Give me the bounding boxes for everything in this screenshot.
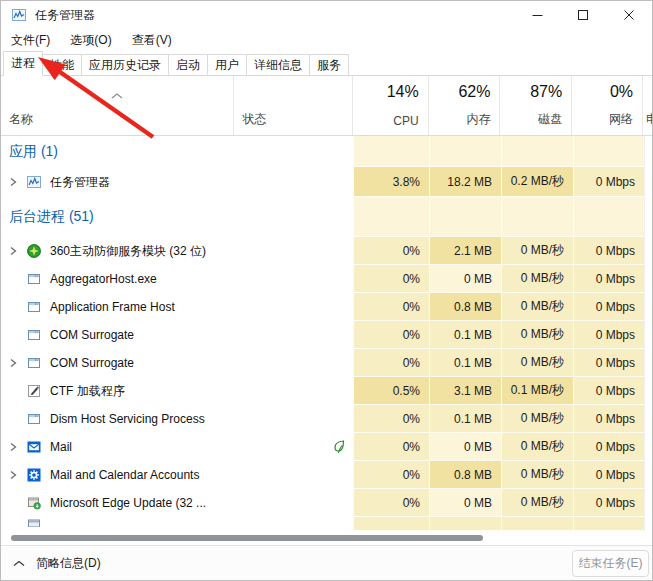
table-row[interactable]: Mail and Calendar Accounts 0% 0.8 MB 0 M…	[1, 461, 652, 489]
tab-processes[interactable]: 进程	[3, 51, 43, 76]
table-row[interactable]: Microsoft Edge Update (32 ... 0% 0 MB 0 …	[1, 489, 652, 517]
value-cell: 0.5%	[353, 377, 429, 405]
value-cell: 0 Mbps	[573, 293, 644, 321]
section-row[interactable]: 后台进程 (51)	[1, 197, 652, 237]
process-name: 360主动防御服务模块 (32 位)	[50, 243, 206, 260]
task-manager-app-icon	[11, 7, 27, 23]
column-header-cpu[interactable]: 14% CPU	[352, 76, 428, 135]
detail-toggle[interactable]: 简略信息(D)	[13, 555, 101, 572]
close-button[interactable]	[606, 1, 652, 29]
process-icon	[26, 495, 42, 511]
expand-chevron-icon[interactable]	[6, 442, 20, 452]
column-header-disk[interactable]: 87% 磁盘	[499, 76, 571, 135]
value-cell: 0 MB/秒	[501, 489, 573, 517]
process-icon	[26, 243, 42, 259]
column-header-status[interactable]: 状态	[233, 76, 352, 135]
menu-options[interactable]: 选项(O)	[60, 32, 121, 49]
horizontal-scrollbar-thumb[interactable]	[11, 535, 483, 541]
value-cell: 0 Mbps	[573, 433, 644, 461]
clipped-column-cell	[644, 405, 652, 433]
expand-chevron-icon[interactable]	[6, 177, 20, 187]
table-row-partial	[1, 517, 652, 531]
value-cell: 0 Mbps	[573, 461, 644, 489]
window-controls	[514, 1, 652, 29]
column-header-name[interactable]: 名称	[1, 76, 233, 135]
value-cell: 0%	[353, 237, 429, 265]
process-icon	[26, 383, 42, 399]
value-cell: 3.8%	[353, 167, 429, 197]
chevron-up-icon	[13, 560, 25, 567]
process-name-cell: 任务管理器	[1, 167, 234, 197]
table-row[interactable]: Application Frame Host 0% 0.8 MB 0 MB/秒 …	[1, 293, 652, 321]
table-row[interactable]: COM Surrogate 0% 0.1 MB 0 MB/秒 0 Mbps	[1, 321, 652, 349]
value-cell: 0 MB/秒	[501, 265, 573, 293]
process-name: Microsoft Edge Update (32 ...	[50, 496, 206, 510]
disk-total-value: 87%	[530, 83, 562, 101]
value-cell: 0.8 MB	[429, 293, 501, 321]
expand-chevron-icon[interactable]	[6, 470, 20, 480]
process-icon	[26, 174, 42, 190]
expand-chevron-icon[interactable]	[6, 246, 20, 256]
tab-startup[interactable]: 启动	[168, 54, 208, 75]
section-label: 后台进程 (51)	[9, 208, 94, 226]
table-row[interactable]: Mail 0% 0 MB 0 MB/秒 0 Mbps	[1, 433, 652, 461]
sort-ascending-icon	[111, 85, 123, 103]
status-cell	[234, 321, 353, 349]
menu-file[interactable]: 文件(F)	[1, 32, 60, 49]
process-name-cell: COM Surrogate	[1, 321, 234, 349]
process-name: 任务管理器	[50, 174, 110, 191]
menu-view[interactable]: 查看(V)	[122, 32, 182, 49]
maximize-button[interactable]	[560, 1, 606, 29]
process-name-cell: CTF 加载程序	[1, 377, 234, 405]
tab-users[interactable]: 用户	[207, 54, 247, 75]
table-row[interactable]: AggregatorHost.exe 0% 0 MB 0 MB/秒 0 Mbps	[1, 265, 652, 293]
table-row[interactable]: 360主动防御服务模块 (32 位) 0% 2.1 MB 0 MB/秒 0 Mb…	[1, 237, 652, 265]
value-cell: 0 MB	[429, 265, 501, 293]
value-cell	[353, 517, 429, 531]
clipped-column-cell	[644, 237, 652, 265]
section-row[interactable]: 应用 (1)	[1, 136, 652, 167]
process-name-cell	[1, 517, 234, 531]
status-cell	[234, 405, 353, 433]
value-cell	[501, 197, 573, 237]
menu-bar: 文件(F) 选项(O) 查看(V)	[1, 29, 652, 51]
window-title: 任务管理器	[35, 7, 95, 24]
clipped-column-cell	[644, 167, 652, 197]
suspended-leaf-icon	[333, 440, 345, 454]
status-cell	[234, 349, 353, 377]
rows-container: 应用 (1) 任务管理器 3.8% 18.2 MB 0.2 MB/秒 0 Mbp…	[1, 136, 652, 531]
status-cell	[234, 265, 353, 293]
detail-toggle-label: 简略信息(D)	[36, 555, 101, 572]
cpu-total-value: 14%	[387, 83, 419, 101]
network-total-value: 0%	[610, 83, 633, 101]
value-cell	[353, 136, 429, 167]
column-header-network[interactable]: 0% 网络	[571, 76, 642, 135]
clipped-column-cell	[644, 377, 652, 405]
table-row[interactable]: COM Surrogate 0% 0.1 MB 0 MB/秒 0 Mbps	[1, 349, 652, 377]
clipped-column-cell	[644, 489, 652, 517]
table-row[interactable]: Dism Host Servicing Process 0% 0.1 MB 0 …	[1, 405, 652, 433]
expand-chevron-icon[interactable]	[6, 358, 20, 368]
table-row[interactable]: CTF 加载程序 0.5% 3.1 MB 0.1 MB/秒 0 Mbps	[1, 377, 652, 405]
value-cell: 0 Mbps	[573, 349, 644, 377]
tab-performance[interactable]: 性能	[42, 54, 82, 75]
tab-details[interactable]: 详细信息	[246, 54, 310, 75]
end-task-button[interactable]: 结束任务(E)	[572, 550, 649, 577]
clipped-column-cell	[644, 265, 652, 293]
column-header-clipped[interactable]: 电	[642, 76, 652, 135]
process-name-cell: Mail	[1, 433, 234, 461]
table-row[interactable]: 任务管理器 3.8% 18.2 MB 0.2 MB/秒 0 Mbps	[1, 167, 652, 197]
value-cell	[573, 197, 644, 237]
tab-app-history[interactable]: 应用历史记录	[81, 54, 169, 75]
process-name-cell: Microsoft Edge Update (32 ...	[1, 489, 234, 517]
status-cell	[234, 377, 353, 405]
process-name: Mail	[50, 440, 72, 454]
tab-services[interactable]: 服务	[309, 54, 349, 75]
minimize-button[interactable]	[514, 1, 560, 29]
column-header-memory[interactable]: 62% 内存	[428, 76, 500, 135]
value-cell: 0.1 MB	[429, 349, 501, 377]
process-name-cell: 360主动防御服务模块 (32 位)	[1, 237, 234, 265]
value-cell: 0 Mbps	[573, 405, 644, 433]
clipped-column-cell	[644, 461, 652, 489]
clipped-column-cell	[644, 293, 652, 321]
